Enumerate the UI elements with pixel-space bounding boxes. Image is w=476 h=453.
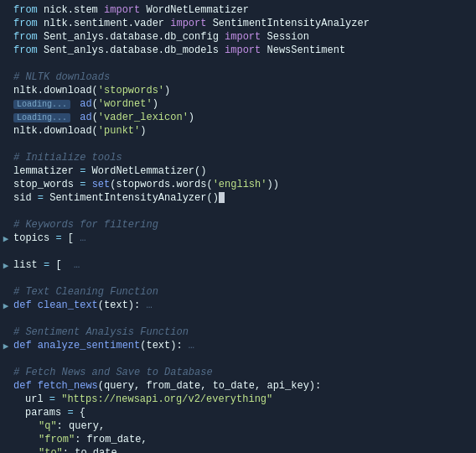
line-text: Loading... ad('wordnet') xyxy=(12,98,473,110)
var-token xyxy=(32,380,38,392)
fn-name-token: analyze_sentiment xyxy=(38,340,140,351)
code-line: def fetch_news(query, from_date, to_date… xyxy=(0,379,476,393)
str-token: "q" xyxy=(39,420,57,432)
var-token: sid xyxy=(13,192,38,204)
ellipsis-token: … xyxy=(146,299,152,311)
comment-token: # Initialize tools xyxy=(13,152,122,164)
str-token: "https://newsapi.org/v2/everything" xyxy=(61,393,272,405)
line-text: url = "https://newsapi.org/v2/everything… xyxy=(12,393,473,405)
code-line: nltk.download('stopwords') xyxy=(0,84,476,97)
line-text: # Fetch News and Save to Database xyxy=(12,367,473,378)
line-text: from Sent_anlys.database.db_models impor… xyxy=(12,44,473,56)
code-line: Loading... ad('wordnet') xyxy=(0,97,476,111)
var-token: nltk.sentiment.vader xyxy=(38,18,170,29)
line-text: lemmatizer = WordNetLemmatizer() xyxy=(12,165,473,177)
line-text: def analyze_sentiment(text): … xyxy=(12,340,473,351)
ellipsis-token: … xyxy=(80,232,85,244)
code-line: # Fetch News and Save to Database xyxy=(0,366,476,379)
var-token: (text): xyxy=(140,340,189,351)
ellipsis-token: … xyxy=(189,340,194,351)
var-token: ) xyxy=(153,98,158,110)
kw-import-token: import xyxy=(225,44,261,56)
var-token: ) xyxy=(164,85,170,96)
line-text: # Text Cleaning Function xyxy=(12,286,473,298)
operator-token: = xyxy=(38,192,44,204)
line-text: list = [ … xyxy=(12,259,473,271)
var-token: SentimentIntensityAnalyzer() xyxy=(44,192,219,204)
operator-token: = xyxy=(49,393,55,405)
code-line: # Sentiment Analysis Function xyxy=(0,325,476,339)
code-line: url = "https://newsapi.org/v2/everything… xyxy=(0,393,476,406)
code-line: ▶topics = [ … xyxy=(0,232,476,245)
str-token: 'punkt' xyxy=(98,125,140,137)
str-token: 'english' xyxy=(213,179,267,190)
kw-from-token: from xyxy=(13,4,38,16)
code-line: sid = SentimentIntensityAnalyzer() xyxy=(0,191,476,205)
fold-arrow[interactable]: ▶ xyxy=(0,300,12,311)
code-line xyxy=(0,272,476,285)
str-token: "from" xyxy=(39,434,75,445)
kw-import-token: import xyxy=(104,4,140,16)
var-token: ) xyxy=(140,125,146,137)
code-line: ▶list = [ … xyxy=(0,258,476,272)
builtin-token: set xyxy=(92,179,111,190)
code-line: from Sent_anlys.database.db_models impor… xyxy=(0,44,476,57)
var-token: ( xyxy=(92,112,98,123)
kw-from-token: from xyxy=(13,31,38,43)
line-text: topics = [ … xyxy=(12,232,473,244)
line-text: "q": query, xyxy=(12,420,473,432)
code-line: # Initialize tools xyxy=(0,151,476,164)
fn-name-token: ad xyxy=(80,98,91,110)
var-token: url xyxy=(25,393,49,405)
code-line: "to": to_date, xyxy=(0,446,476,453)
var-token: topics xyxy=(13,232,55,244)
comment-token: # Keywords for filtering xyxy=(13,219,158,231)
kw-import-token: import xyxy=(225,31,261,43)
var-token: ) xyxy=(189,112,194,123)
var-token: : to_date, xyxy=(63,447,123,453)
kw-def-token: def xyxy=(13,340,32,351)
code-line: "from": from_date, xyxy=(0,433,476,446)
var-token: nltk.download( xyxy=(13,125,98,137)
code-line: from nick.stem import WordNetLemmatizer xyxy=(0,3,476,17)
var-token: Sent_anlys.database.db_config xyxy=(38,31,225,43)
fold-arrow[interactable]: ▶ xyxy=(0,260,12,271)
line-text: def clean_text(text): … xyxy=(12,299,473,311)
line-text: # NLTK downloads xyxy=(12,71,473,83)
str-token: 'wordnet' xyxy=(98,98,153,110)
code-line xyxy=(0,205,476,218)
var-token: (stopwords.words( xyxy=(110,179,212,190)
str-token: 'vader_lexicon' xyxy=(98,112,189,123)
var-token: [ xyxy=(62,232,80,244)
var-token: ( xyxy=(92,98,98,110)
code-line: Loading... ad('vader_lexicon') xyxy=(0,111,476,124)
line-text: Loading... ad('vader_lexicon') xyxy=(12,112,473,123)
line-text: from nick.stem import WordNetLemmatizer xyxy=(12,4,473,16)
line-text: params = { xyxy=(12,407,473,419)
fn-name-token: clean_text xyxy=(38,299,98,311)
fold-arrow[interactable]: ▶ xyxy=(0,341,12,351)
var-token: params xyxy=(25,407,67,419)
var-token: WordNetLemmatizer() xyxy=(85,165,206,177)
fn-name-token: ad xyxy=(80,112,91,123)
line-text: nltk.download('stopwords') xyxy=(12,85,473,96)
var-token: : from_date, xyxy=(75,434,147,445)
str-token: 'stopwords' xyxy=(98,85,164,96)
var-token xyxy=(32,299,38,311)
line-text: "to": to_date, xyxy=(12,447,473,453)
code-line xyxy=(0,352,476,366)
var-token: lemmatizer xyxy=(13,165,80,177)
code-line xyxy=(0,312,476,325)
code-line: nltk.download('punkt') xyxy=(0,124,476,138)
var-token: (text): xyxy=(98,299,147,311)
line-text: def fetch_news(query, from_date, to_date… xyxy=(12,380,473,392)
var-token: nltk.download( xyxy=(13,85,98,96)
loading-badge: Loading... xyxy=(13,113,70,122)
var-token: WordNetLemmatizer xyxy=(140,4,249,16)
var-token: (query, from_date, to_date, api_key): xyxy=(98,380,321,392)
comment-token: # Fetch News and Save to Database xyxy=(13,367,213,378)
kw-import-token: import xyxy=(170,18,206,29)
line-text: nltk.download('punkt') xyxy=(12,125,473,137)
fold-arrow[interactable]: ▶ xyxy=(0,233,12,244)
line-text: # Keywords for filtering xyxy=(12,219,473,231)
